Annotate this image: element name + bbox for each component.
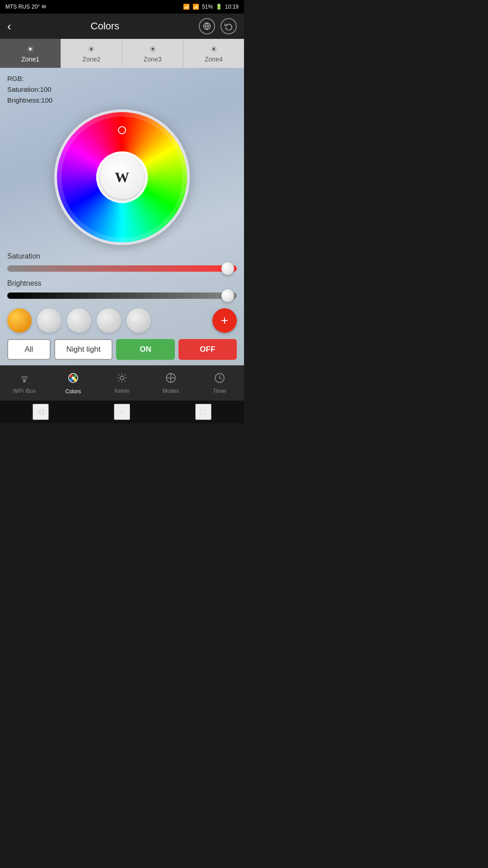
svg-point-9 xyxy=(72,377,75,379)
svg-point-2 xyxy=(23,380,25,382)
brightness-slider-track[interactable] xyxy=(7,290,237,301)
colors-label: Colors xyxy=(66,388,81,395)
on-button[interactable]: ON xyxy=(116,339,174,360)
message-icon: ✉ xyxy=(42,4,46,10)
status-right: 📶 📶 51% 🔋 10:19 xyxy=(183,4,239,10)
timer-label: Timer xyxy=(213,388,226,394)
brightness-value: Brightness:100 xyxy=(7,95,237,106)
add-swatch-button[interactable]: + xyxy=(212,308,237,333)
nav-wifi-ibox[interactable]: WiFi iBox xyxy=(0,366,49,401)
modes-label: Modes xyxy=(163,388,179,394)
battery-text: 51% xyxy=(202,4,213,10)
kelvin-icon xyxy=(117,373,127,386)
link-button[interactable] xyxy=(199,18,215,34)
tab-zone1[interactable]: ☀ Zone1 xyxy=(0,39,61,68)
all-button[interactable]: All xyxy=(7,339,51,360)
zone1-label: Zone1 xyxy=(21,56,39,63)
svg-line-15 xyxy=(118,374,119,375)
rgb-value: RGB: xyxy=(7,73,237,84)
status-left: MTS RUS 20° ✉ xyxy=(5,4,46,10)
zone2-sun-icon: ☀ xyxy=(88,44,95,54)
time-text: 10:19 xyxy=(225,4,239,10)
bottom-nav: WiFi iBox Colors xyxy=(0,365,244,401)
swatches-row: + xyxy=(7,308,237,333)
sys-home-button[interactable]: ○ xyxy=(114,404,130,420)
color-wheel[interactable]: W xyxy=(54,109,190,245)
modes-icon xyxy=(165,373,176,386)
zone4-label: Zone4 xyxy=(205,56,223,63)
page-title: Colors xyxy=(91,20,120,32)
carrier-text: MTS RUS xyxy=(5,4,30,10)
saturation-section: Saturation xyxy=(7,252,237,274)
action-row: All Night light ON OFF xyxy=(7,339,237,360)
white-button: W xyxy=(115,169,129,186)
swatch-4[interactable] xyxy=(97,308,121,333)
svg-line-17 xyxy=(125,374,126,375)
tab-zone2[interactable]: ☀ Zone2 xyxy=(61,39,122,68)
wifi-icon: 📶 xyxy=(183,4,190,10)
battery-icon: 🔋 xyxy=(216,4,222,10)
swatch-1-orange[interactable] xyxy=(7,308,32,333)
zone1-sun-icon: ☀ xyxy=(27,44,34,54)
header-icons xyxy=(199,18,237,34)
saturation-value: Saturation:100 xyxy=(7,84,237,95)
svg-point-10 xyxy=(120,376,124,380)
back-button[interactable]: ‹ xyxy=(7,19,11,33)
zone3-sun-icon: ☀ xyxy=(149,44,156,54)
system-nav: ◁ ○ □ xyxy=(0,401,244,423)
wifi-ibox-icon xyxy=(19,373,30,386)
refresh-button[interactable] xyxy=(221,18,237,34)
swatch-2[interactable] xyxy=(37,308,61,333)
header: ‹ Colors xyxy=(0,14,244,39)
saturation-thumb[interactable] xyxy=(221,262,234,275)
color-info: RGB: Saturation:100 Brightness:100 xyxy=(7,73,237,106)
swatch-5[interactable] xyxy=(127,308,151,333)
timer-icon xyxy=(214,373,225,386)
off-button[interactable]: OFF xyxy=(178,339,237,360)
wifi-ibox-label: WiFi iBox xyxy=(13,388,36,394)
svg-line-18 xyxy=(118,380,119,381)
brightness-section: Brightness xyxy=(7,279,237,301)
main-content: RGB: Saturation:100 Brightness:100 W Sat… xyxy=(0,68,244,365)
nav-colors[interactable]: Colors xyxy=(49,366,98,401)
saturation-slider-track[interactable] xyxy=(7,263,237,274)
saturation-label: Saturation xyxy=(7,252,237,260)
tab-zone4[interactable]: ☀ Zone4 xyxy=(183,39,244,68)
nav-modes[interactable]: Modes xyxy=(146,366,195,401)
signal-icon: 📶 xyxy=(192,4,199,10)
night-light-button[interactable]: Night light xyxy=(54,339,113,360)
nav-timer[interactable]: Timer xyxy=(195,366,244,401)
zone3-label: Zone3 xyxy=(144,56,162,63)
sys-back-button[interactable]: ◁ xyxy=(33,404,49,420)
color-wheel-center[interactable]: W xyxy=(100,156,144,199)
svg-line-16 xyxy=(125,380,126,381)
sys-recents-button[interactable]: □ xyxy=(195,404,211,420)
brightness-track-bg xyxy=(7,292,237,299)
zone-tabs: ☀ Zone1 ☀ Zone2 ☀ Zone3 ☀ Zone4 xyxy=(0,39,244,68)
nav-kelvin[interactable]: Kelvin xyxy=(98,366,146,401)
color-selector-dot xyxy=(118,126,126,134)
saturation-track-bg xyxy=(7,265,237,272)
degree-text: 20° xyxy=(32,4,40,10)
kelvin-label: Kelvin xyxy=(115,388,130,394)
color-wheel-container: W xyxy=(7,109,237,245)
zone4-sun-icon: ☀ xyxy=(210,44,217,54)
brightness-thumb[interactable] xyxy=(221,289,234,302)
status-bar: MTS RUS 20° ✉ 📶 📶 51% 🔋 10:19 xyxy=(0,0,244,14)
zone2-label: Zone2 xyxy=(83,56,101,63)
plus-icon: + xyxy=(221,314,228,327)
tab-zone3[interactable]: ☀ Zone3 xyxy=(122,39,183,68)
colors-icon xyxy=(67,372,79,387)
brightness-label: Brightness xyxy=(7,279,237,288)
swatch-3[interactable] xyxy=(67,308,91,333)
